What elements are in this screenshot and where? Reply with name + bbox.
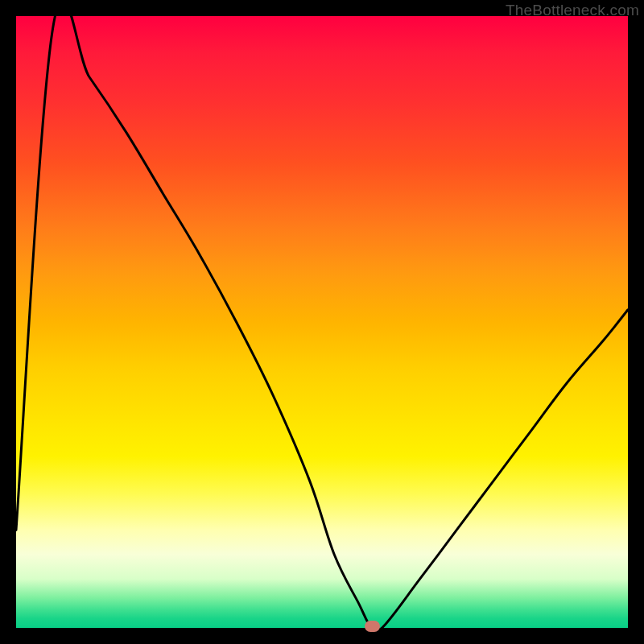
chart-plot-area	[16, 16, 628, 628]
bottleneck-curve	[16, 16, 628, 628]
chart-outer-frame: TheBottleneck.com	[0, 0, 644, 644]
optimal-point-marker	[365, 621, 380, 632]
watermark-text: TheBottleneck.com	[506, 2, 639, 19]
